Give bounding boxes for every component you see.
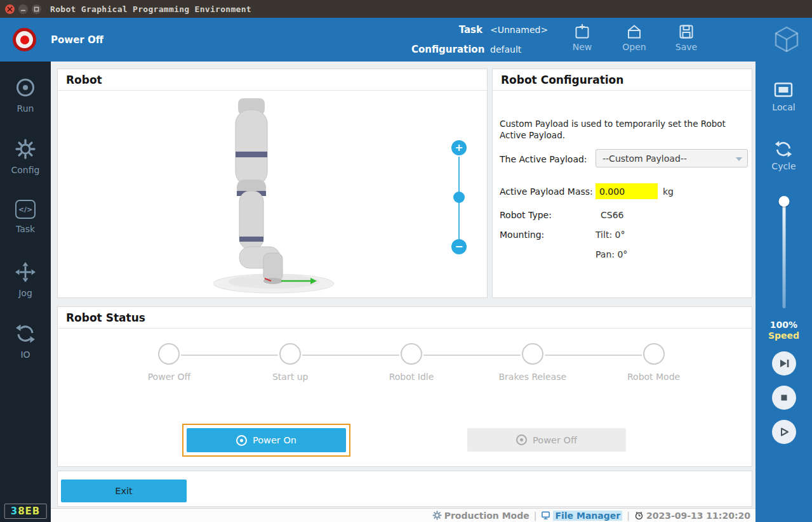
robot-3d-view[interactable] — [210, 96, 337, 296]
sidebar-item-io[interactable]: IO — [15, 323, 36, 360]
cycle-icon — [773, 140, 794, 159]
statusbar-separator: | — [627, 511, 630, 521]
gear-icon — [15, 138, 36, 160]
status-step-power-off: Power Off — [109, 343, 230, 382]
task-label: Task — [411, 24, 483, 36]
timestamp: 2023-09-13 11:20:20 — [646, 511, 750, 521]
active-payload-selected-value: --Custom Payload-- — [602, 153, 687, 164]
run-icon — [15, 77, 36, 98]
sidebar-item-label: Task — [16, 224, 35, 235]
task-value: <Unnamed> — [490, 25, 548, 35]
minimize-icon — [20, 6, 26, 12]
robot-configuration-panel: Robot Configuration Custom Payload is us… — [492, 69, 752, 298]
speed-slider-track[interactable] — [782, 199, 785, 308]
sidebar-item-label: IO — [20, 349, 30, 360]
active-payload-label: The Active Payload: — [500, 154, 587, 164]
local-mode-button[interactable]: Local — [772, 82, 795, 114]
cycle-arrows-icon — [15, 323, 36, 344]
robot-configuration-body: Custom Payload is used to temporarily se… — [493, 91, 752, 297]
move-arrows-icon — [15, 261, 36, 283]
sidebar-item-task[interactable]: </> Task — [15, 200, 36, 237]
robot-panel: Robot + − — [57, 69, 488, 298]
robot-panel-title: Robot — [58, 69, 487, 91]
save-icon — [678, 23, 695, 40]
file-manager-button[interactable]: File Manager — [541, 511, 622, 521]
step-indicator — [522, 343, 543, 365]
speed-slider[interactable] — [777, 195, 791, 312]
new-icon — [574, 23, 590, 40]
header: Power Off Task <Unnamed> Configuration d… — [0, 18, 812, 62]
step-run-button[interactable] — [772, 351, 796, 375]
robot-type-value: CS66 — [601, 210, 623, 220]
file-manager-label[interactable]: File Manager — [553, 511, 622, 521]
open-icon — [626, 23, 642, 40]
payload-mass-input[interactable] — [596, 183, 658, 199]
window-maximize-button[interactable] — [32, 4, 41, 14]
mounting-pan-value: Pan: 0° — [596, 249, 627, 259]
sidebar-item-jog[interactable]: Jog — [15, 261, 36, 299]
play-icon — [778, 426, 790, 438]
robot-power-indicator-icon[interactable] — [13, 28, 36, 51]
robot-3d-viewport[interactable]: + − — [58, 91, 487, 297]
mounting-label: Mounting: — [500, 230, 544, 240]
play-button[interactable] — [772, 420, 796, 444]
local-label: Local — [772, 102, 795, 113]
speed-value: 100% — [768, 320, 799, 330]
stop-icon — [778, 391, 790, 404]
local-monitor-icon — [773, 82, 794, 100]
open-button[interactable]: Open — [617, 23, 651, 52]
custom-payload-description: Custom Payload is used to temporarily se… — [500, 118, 746, 141]
robot-status-title: Robot Status — [58, 307, 752, 329]
production-mode-button[interactable]: Production Mode — [432, 511, 529, 521]
power-dot-icon — [20, 36, 29, 44]
zoom-in-button[interactable]: + — [451, 140, 467, 155]
active-payload-select[interactable]: --Custom Payload-- — [596, 149, 748, 167]
step-label: Power Off — [148, 372, 190, 382]
mounting-tilt-value: Tilt: 0° — [596, 230, 625, 240]
power-off-button[interactable]: Power Off — [467, 428, 626, 452]
statusbar: Production Mode | File Manager | 2023-09… — [51, 508, 755, 522]
right-sidebar: Local Cycle 100% Speed — [755, 62, 812, 522]
window-close-button[interactable] — [5, 4, 15, 14]
power-icon — [236, 435, 247, 446]
application-window: Robot Graphical Programming Environment … — [0, 0, 812, 522]
step-label: Start up — [272, 372, 308, 382]
speed-label: Speed — [768, 330, 799, 341]
robot-state-label: Power Off — [51, 34, 103, 46]
cycle-mode-button[interactable]: Cycle — [771, 140, 795, 172]
new-button[interactable]: New — [565, 23, 599, 52]
status-step-robot-mode: Robot Mode — [593, 343, 714, 382]
power-off-label: Power Off — [533, 435, 577, 445]
file-manager-icon — [541, 511, 550, 520]
robot-status-body: Power Off Start up Robot Idle Brakes Rel… — [58, 329, 752, 466]
zoom-slider-handle[interactable] — [453, 192, 465, 203]
power-on-label: Power On — [253, 435, 296, 445]
payload-mass-label: Active Payload Mass: — [500, 186, 593, 197]
chevron-down-icon — [736, 157, 742, 161]
play-to-end-icon — [778, 357, 790, 370]
code-icon: </> — [15, 200, 36, 219]
statusbar-clock: 2023-09-13 11:20:20 — [634, 511, 750, 521]
titlebar: Robot Graphical Programming Environment — [0, 0, 812, 18]
close-icon — [7, 6, 13, 12]
power-on-button[interactable]: Power On — [187, 428, 346, 452]
power-on-highlight-frame: Power On — [182, 424, 350, 457]
save-button[interactable]: Save — [669, 23, 703, 52]
sidebar-item-label: Jog — [18, 288, 32, 299]
step-indicator — [158, 343, 180, 365]
stop-button[interactable] — [772, 386, 796, 410]
badge-part1: 3 — [11, 506, 18, 517]
zoom-out-button[interactable]: − — [451, 239, 467, 254]
left-sidebar: Run Config </> Task — [0, 62, 51, 522]
step-indicator — [279, 343, 301, 365]
sidebar-item-run[interactable]: Run — [15, 77, 36, 114]
speed-slider-handle[interactable] — [778, 196, 789, 207]
sidebar-item-config[interactable]: Config — [11, 138, 40, 176]
payload-mass-unit: kg — [663, 186, 674, 197]
window-minimize-button[interactable] — [18, 4, 28, 14]
status-step-robot-idle: Robot Idle — [351, 343, 472, 382]
exit-button[interactable]: Exit — [61, 480, 187, 502]
sidebar-item-label: Config — [11, 165, 40, 176]
statusbar-separator: | — [534, 511, 537, 521]
step-label: Brakes Release — [498, 372, 566, 382]
